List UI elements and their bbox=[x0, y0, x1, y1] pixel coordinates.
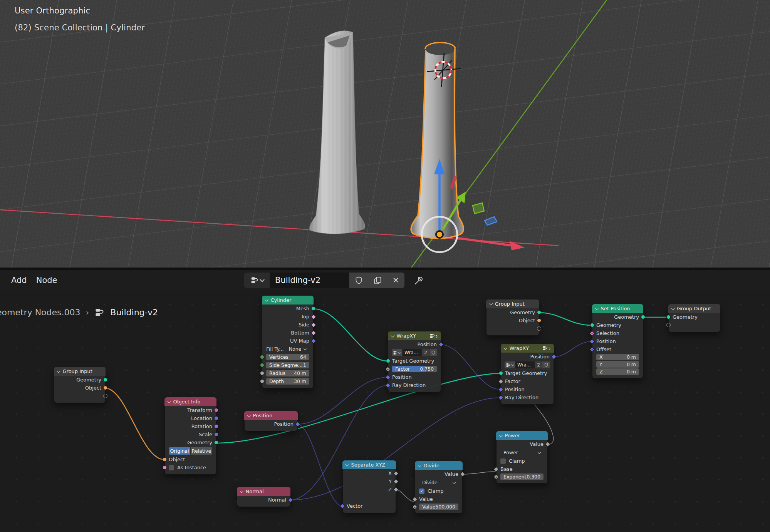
as-instance-checkbox[interactable] bbox=[169, 465, 174, 470]
socket-out-transform[interactable] bbox=[214, 408, 218, 412]
depth-field[interactable]: Depth30 m bbox=[266, 378, 309, 385]
collapse-icon[interactable] bbox=[499, 433, 503, 437]
socket-in-as-instance[interactable] bbox=[163, 465, 167, 470]
socket-in-target-geometry[interactable] bbox=[499, 371, 503, 375]
node-header[interactable]: Separate XYZ bbox=[342, 460, 396, 469]
collapse-icon[interactable] bbox=[504, 346, 507, 349]
node-wrapxy-1[interactable]: WrapXY 2 Position Wra... 2 Target Geomet… bbox=[388, 331, 441, 392]
collapse-icon[interactable] bbox=[265, 298, 268, 301]
socket-out-rotation[interactable] bbox=[214, 424, 218, 428]
menu-node[interactable]: Node bbox=[32, 276, 62, 285]
collapse-icon[interactable] bbox=[247, 413, 251, 417]
collapse-icon[interactable] bbox=[168, 399, 171, 403]
node-header[interactable]: Object Info bbox=[164, 397, 216, 406]
side-segments-field[interactable]: Side Segme...1 bbox=[266, 362, 309, 368]
socket-out-geometry[interactable] bbox=[537, 310, 541, 315]
node-group-input-bottom[interactable]: Group Input Geometry Object bbox=[54, 367, 106, 403]
menu-add[interactable]: Add bbox=[7, 276, 32, 285]
operation-dropdown[interactable]: Power bbox=[500, 449, 544, 456]
collapse-icon[interactable] bbox=[489, 301, 493, 305]
unlink-button[interactable]: ✕ bbox=[387, 273, 404, 288]
socket-out-geometry[interactable] bbox=[641, 315, 645, 319]
offset-y-field[interactable]: Y0 m bbox=[596, 361, 639, 368]
node-header[interactable]: Group Input bbox=[486, 299, 539, 308]
node-math-divide[interactable]: Divide Value Divide ✓Clamp Value Value50… bbox=[415, 461, 463, 514]
node-set-position[interactable]: Set Position Geometry Geometry Selection… bbox=[592, 304, 643, 378]
collapse-icon[interactable] bbox=[346, 462, 349, 466]
fill-type-dropdown[interactable]: None bbox=[286, 346, 309, 352]
socket-in-side-segments[interactable] bbox=[260, 363, 264, 367]
node-group-output[interactable]: Group Output Geometry bbox=[668, 304, 720, 332]
clamp-checkbox[interactable] bbox=[500, 458, 506, 464]
collapse-icon[interactable] bbox=[240, 489, 243, 492]
socket-in-vertices[interactable] bbox=[260, 355, 264, 359]
node-header[interactable]: WrapXY 2 bbox=[501, 344, 554, 353]
fake-user-shield-button[interactable] bbox=[429, 349, 437, 356]
socket-in-geometry[interactable] bbox=[666, 315, 671, 319]
collapse-icon[interactable] bbox=[595, 306, 599, 309]
browse-tree-button[interactable] bbox=[392, 349, 402, 356]
operation-dropdown[interactable]: Divide bbox=[419, 479, 458, 486]
original-button[interactable]: Original bbox=[169, 447, 190, 455]
node-header[interactable]: Power bbox=[496, 431, 548, 440]
tree-name-field[interactable]: Building-v2 bbox=[270, 273, 349, 288]
socket-virtual[interactable] bbox=[666, 323, 671, 327]
collapse-icon[interactable] bbox=[418, 463, 421, 467]
offset-x-field[interactable]: X0 m bbox=[596, 354, 639, 360]
breadcrumb-parent[interactable]: eometry Nodes.003 bbox=[0, 308, 81, 317]
socket-in-radius[interactable] bbox=[260, 371, 264, 375]
radius-field[interactable]: Radius40 m bbox=[266, 370, 309, 376]
node-header[interactable]: Group Input bbox=[54, 367, 106, 376]
group-tree-name[interactable]: Wra... bbox=[515, 361, 535, 368]
node-normal[interactable]: Normal Normal bbox=[237, 487, 290, 507]
collapse-icon[interactable] bbox=[391, 333, 394, 337]
vertices-field[interactable]: Vertices64 bbox=[266, 354, 309, 360]
group-tree-name[interactable]: Wra... bbox=[403, 349, 422, 356]
socket-out-mesh[interactable] bbox=[311, 306, 315, 311]
socket-in-depth[interactable] bbox=[260, 379, 264, 383]
node-wrapxy-2[interactable]: WrapXY 2 Position Wra... 2 Target Geomet… bbox=[501, 344, 554, 405]
fake-user-shield-button[interactable] bbox=[349, 273, 368, 288]
new-copy-button[interactable] bbox=[368, 273, 387, 288]
clamp-checkbox[interactable]: ✓ bbox=[419, 489, 424, 494]
node-header[interactable]: Cylinder bbox=[262, 296, 314, 304]
browse-tree-button[interactable] bbox=[505, 361, 515, 368]
socket-out-geometry[interactable] bbox=[103, 378, 107, 382]
fake-user-shield-button[interactable] bbox=[542, 361, 550, 368]
node-position[interactable]: Position Position bbox=[244, 411, 298, 431]
node-group-input-top[interactable]: Group Input Geometry Object bbox=[486, 299, 539, 336]
node-separate-xyz[interactable]: Separate XYZ X Y Z Vector bbox=[342, 460, 396, 513]
users-count[interactable]: 2 bbox=[422, 349, 429, 356]
users-count[interactable]: 2 bbox=[535, 361, 542, 368]
node-header[interactable]: Divide bbox=[415, 461, 463, 470]
viewport-3d[interactable]: User Orthographic (82) Scene Collection … bbox=[0, 0, 770, 268]
socket-in-object[interactable] bbox=[163, 457, 167, 462]
socket-out-location[interactable] bbox=[214, 416, 218, 420]
node-header[interactable]: Group Output bbox=[668, 304, 720, 313]
socket-out-scale[interactable] bbox=[214, 432, 218, 437]
socket-out-object[interactable] bbox=[103, 386, 107, 390]
node-cylinder[interactable]: Cylinder Mesh Top Side Bottom UV Map Fil… bbox=[262, 296, 314, 388]
browse-tree-button[interactable] bbox=[244, 273, 270, 288]
socket-in-geometry[interactable] bbox=[590, 323, 594, 327]
socket-virtual[interactable] bbox=[537, 326, 541, 331]
relative-button[interactable]: Relative bbox=[191, 447, 212, 455]
editor-divider[interactable] bbox=[0, 268, 770, 270]
factor-slider[interactable]: Factor0.750 bbox=[392, 366, 437, 372]
socket-out-geometry[interactable] bbox=[214, 440, 218, 445]
node-math-power[interactable]: Power Value Power Clamp Base Exponent0.3… bbox=[496, 431, 548, 483]
node-header[interactable]: Normal bbox=[237, 487, 290, 496]
pin-button[interactable] bbox=[412, 274, 425, 287]
socket-virtual[interactable] bbox=[103, 394, 107, 398]
node-object-info[interactable]: Object Info Transform Location Rotation … bbox=[164, 397, 216, 475]
node-header[interactable]: Set Position bbox=[592, 304, 643, 313]
offset-z-field[interactable]: Z0 m bbox=[596, 368, 639, 375]
exponent-field[interactable]: Exponent0.300 bbox=[500, 473, 544, 480]
node-header[interactable]: Position bbox=[244, 411, 298, 420]
value-field[interactable]: Value500.000 bbox=[419, 504, 458, 510]
socket-out-object[interactable] bbox=[537, 318, 541, 323]
node-header[interactable]: WrapXY 2 bbox=[388, 331, 441, 340]
collapse-icon[interactable] bbox=[671, 306, 675, 309]
collapse-icon[interactable] bbox=[57, 369, 60, 372]
socket-in-target-geometry[interactable] bbox=[386, 359, 390, 363]
